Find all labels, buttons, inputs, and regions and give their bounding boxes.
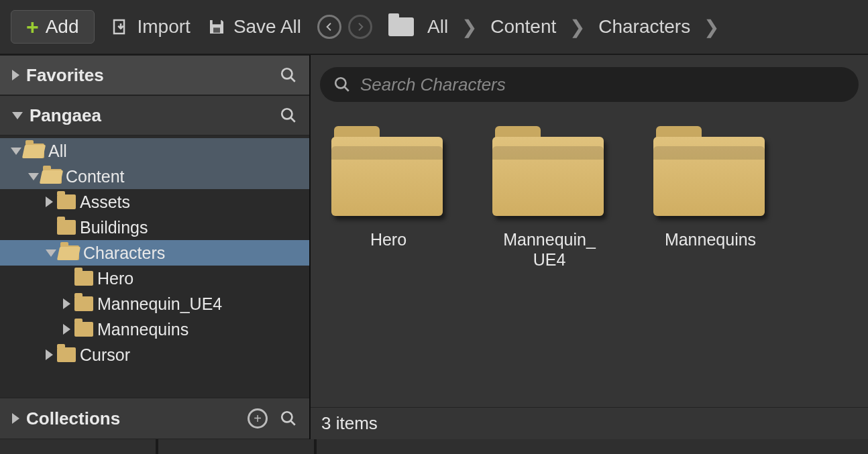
- sidebar: Favorites Pangaea AllContentAssetsBuildi…: [0, 55, 311, 439]
- content-search[interactable]: [320, 67, 859, 102]
- import-label: Import: [138, 16, 191, 38]
- chevron-down-icon: [28, 173, 39, 180]
- tree-node[interactable]: Hero: [0, 266, 309, 291]
- asset-item[interactable]: Mannequin_ UE4: [482, 126, 616, 270]
- tree-node[interactable]: Buildings: [0, 215, 309, 240]
- chevron-right-icon: ❯: [462, 16, 477, 38]
- tree-node-label: Characters: [83, 243, 165, 263]
- breadcrumb-characters[interactable]: Characters: [598, 16, 690, 38]
- tree-node[interactable]: Mannequins: [0, 317, 309, 342]
- search-icon[interactable]: [280, 66, 297, 84]
- svg-rect-0: [213, 27, 220, 33]
- add-collection-button[interactable]: +: [248, 408, 268, 429]
- favorites-header[interactable]: Favorites: [0, 55, 309, 95]
- folder-icon: [57, 347, 76, 362]
- chevron-down-icon: [11, 148, 21, 155]
- item-count: 3 items: [321, 413, 378, 434]
- folder-open-icon: [25, 144, 44, 158]
- tree-node-label: Content: [66, 167, 125, 186]
- tree-node[interactable]: Cursor: [0, 342, 309, 367]
- asset-item[interactable]: Mannequins: [643, 126, 777, 249]
- chevron-right-icon: [46, 196, 53, 207]
- chevron-right-icon: ❯: [569, 16, 585, 38]
- collections-header[interactable]: Collections +: [0, 398, 309, 439]
- spacer: [46, 222, 53, 233]
- tree-node-label: Mannequin_UE4: [97, 294, 222, 314]
- tree-node-label: Assets: [80, 192, 130, 212]
- bottom-strip: [0, 439, 868, 454]
- chevron-right-icon: [63, 324, 70, 335]
- tree-node[interactable]: Assets: [0, 189, 309, 215]
- spacer: [63, 273, 70, 284]
- import-icon: [111, 17, 131, 37]
- add-button-label: Add: [46, 16, 79, 38]
- chevron-right-icon: [46, 349, 53, 360]
- collections-label: Collections: [26, 408, 120, 429]
- folder-open-icon: [43, 169, 62, 184]
- import-button[interactable]: Import: [111, 16, 191, 38]
- tree-node[interactable]: Content: [0, 164, 309, 189]
- project-header[interactable]: Pangaea: [0, 95, 309, 135]
- svg-point-4: [335, 78, 345, 88]
- chevron-right-icon: [63, 298, 70, 309]
- toolbar: + Add Import Save All All ❯ Content ❯ Ch…: [0, 0, 868, 55]
- folder-icon: [74, 271, 93, 286]
- folder-icon: [74, 296, 93, 311]
- chevron-down-icon: [12, 112, 23, 119]
- chevron-right-icon: [12, 413, 19, 424]
- project-label: Pangaea: [30, 105, 101, 126]
- folder-icon: [653, 126, 767, 219]
- tree-node-label: Hero: [97, 269, 133, 288]
- asset-item-label: Mannequins: [665, 229, 756, 249]
- tree-node-label: Mannequins: [97, 320, 188, 339]
- svg-point-1: [282, 68, 292, 78]
- tree-node-label: All: [48, 141, 67, 161]
- save-all-button[interactable]: Save All: [207, 16, 301, 38]
- svg-point-2: [282, 109, 292, 119]
- svg-point-3: [282, 412, 292, 422]
- folder-icon: [492, 126, 606, 219]
- search-icon: [333, 76, 351, 93]
- add-button[interactable]: + Add: [11, 10, 95, 44]
- content-pane: HeroMannequin_ UE4Mannequins 3 items: [311, 55, 868, 439]
- chevron-right-icon: ❯: [704, 16, 719, 38]
- plus-icon: +: [26, 16, 39, 38]
- asset-item-label: Mannequin_ UE4: [503, 229, 596, 270]
- search-icon[interactable]: [280, 410, 297, 427]
- asset-grid: HeroMannequin_ UE4Mannequins: [311, 107, 868, 407]
- favorites-label: Favorites: [26, 65, 104, 86]
- status-bar: 3 items: [311, 407, 868, 439]
- tree-node-label: Cursor: [80, 345, 130, 365]
- asset-item[interactable]: Hero: [321, 126, 455, 249]
- folder-icon: [57, 194, 76, 209]
- tree-node[interactable]: Characters: [0, 240, 309, 266]
- breadcrumb: All ❯ Content ❯ Characters ❯: [388, 16, 719, 38]
- folder-icon: [57, 220, 76, 235]
- folder-icon: [388, 17, 414, 36]
- save-icon: [207, 17, 227, 37]
- search-input[interactable]: [360, 74, 845, 95]
- breadcrumb-root[interactable]: All: [427, 16, 448, 38]
- folder-icon: [331, 126, 445, 219]
- tree-node[interactable]: Mannequin_UE4: [0, 291, 309, 317]
- nav-back-button[interactable]: [317, 15, 341, 39]
- folder-icon: [74, 322, 93, 337]
- folder-tree: AllContentAssetsBuildingsCharactersHeroM…: [0, 135, 309, 398]
- chevron-right-icon: [12, 70, 19, 80]
- tree-node[interactable]: All: [0, 138, 309, 164]
- tree-node-label: Buildings: [80, 218, 148, 237]
- folder-open-icon: [60, 245, 79, 260]
- chevron-down-icon: [46, 249, 56, 257]
- save-all-label: Save All: [233, 16, 301, 38]
- breadcrumb-content[interactable]: Content: [490, 16, 556, 38]
- search-icon[interactable]: [280, 107, 297, 124]
- nav-forward-button[interactable]: [348, 15, 372, 39]
- asset-item-label: Hero: [370, 229, 406, 249]
- nav-history: [317, 15, 372, 39]
